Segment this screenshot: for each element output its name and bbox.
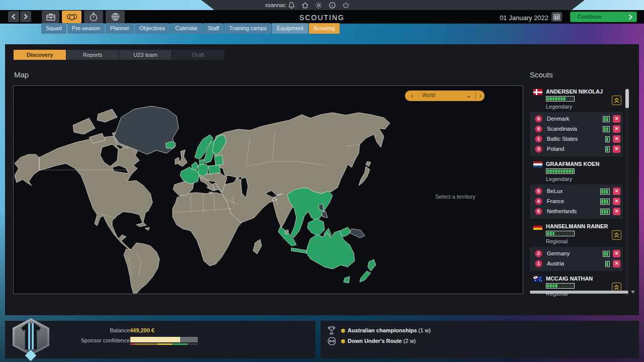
subtab-u23-team[interactable]: U23 team [119,50,172,60]
remove-territory-button[interactable]: ✕ [613,125,620,133]
scouts-scrollbar-thumb[interactable] [625,89,629,108]
scouting-subtabs: DiscoveryReportsU23 teamDraft [14,50,224,60]
route-icon [327,336,337,346]
territory-name: Austria [547,260,564,266]
remove-territory-button[interactable]: ✕ [613,135,620,143]
territory-row: 2Germany✕ [530,249,623,259]
territory-level-badge: 5 [535,188,542,195]
subtab-reports[interactable]: Reports [66,50,119,60]
territory-level-badge: 2 [535,250,542,257]
map-madagascar[interactable] [253,239,262,254]
scout-name: GRAAFMANS KOEN [546,161,599,167]
gold-medal-icon [341,339,345,343]
tab-calendar[interactable]: Calendar [171,23,202,34]
tab-objectives[interactable]: Objectives [135,23,170,34]
scout-card: MCCAIG NATHANRegional [530,275,623,298]
remove-territory-button[interactable]: ✕ [613,260,620,267]
race-duration: (1 w) [417,327,431,333]
tab-pre-season[interactable]: Pre-season [67,23,105,34]
continue-button[interactable]: Continue [570,12,637,22]
scout-card: HANSELMANN RAINERRegional2Germany✕1Austr… [530,223,623,271]
map-hint-text: Select a territory [435,194,516,200]
info-icon[interactable] [329,2,336,9]
next-territory-icon[interactable]: › [479,93,481,99]
world-map[interactable] [14,86,523,294]
scouts-section-label: Scouts [530,70,553,79]
map-section-label: Map [14,70,29,79]
map-uk[interactable] [179,150,187,166]
scout-level-label: Regional [546,238,568,244]
scout-level-label: Legendary [546,176,572,182]
scout-territories: 5Denmark✕5Scandinavia✕1Baltic States✕3Po… [530,112,623,156]
scout-skill-bar [546,231,575,236]
remove-territory-button[interactable]: ✕ [613,188,620,195]
remove-territory-button[interactable]: ✕ [613,198,620,205]
balance-label: Balance [69,327,130,333]
upcoming-races-panel: Australian championships (1 w)Down Under… [320,321,639,358]
territory-level-badge: 5 [535,125,542,133]
territory-selector[interactable]: ‹ World ⌄ › [405,90,485,101]
map-japan[interactable] [359,166,370,186]
map-north-america[interactable] [39,136,152,250]
dropdown-caret-icon[interactable]: ⌄ [466,93,471,99]
map-tasmania[interactable] [344,277,350,283]
map-alaska[interactable] [15,154,39,186]
territory-row: 5Scandinavia✕ [530,124,623,134]
subtab-draft[interactable]: Draft [172,50,224,60]
map-baltics[interactable] [214,155,223,165]
remove-territory-button[interactable]: ✕ [613,145,620,153]
map-australia[interactable] [306,231,355,269]
gear-icon[interactable] [315,2,323,9]
territory-intensity [605,146,610,152]
tab-planner[interactable]: Planner [106,23,134,34]
territory-selector-value: World [422,93,435,98]
map-png[interactable] [350,229,365,238]
tab-training-camps[interactable]: Training camps [224,23,271,34]
subtab-discovery[interactable]: Discovery [14,50,66,60]
balance-value: 449,200 € [130,327,154,333]
scout-upgrade-button[interactable] [612,96,621,105]
map-nz-north[interactable] [368,259,376,271]
territory-intensity [605,136,610,142]
map-borneo[interactable] [307,219,325,236]
territory-name: Poland [547,146,564,152]
scout-card: GRAAFMANS KOENLegendary5BeLux✕4France✕5N… [530,160,623,219]
territory-level-badge: 4 [535,198,542,205]
top-status-bar [200,0,585,10]
map-south-america[interactable] [124,243,159,293]
calendar-icon-button[interactable] [551,12,562,22]
race-duration: (2 w) [402,338,416,344]
remove-territory-button[interactable]: ✕ [613,208,620,215]
map-panel: ‹ World ⌄ › Select a territory [13,85,523,294]
home-icon[interactable] [301,2,309,9]
territory-row: 5BeLux✕ [530,187,623,197]
tab-scouting[interactable]: Scouting [309,23,340,34]
tab-equipment[interactable]: Equipment [272,23,308,34]
tab-squad[interactable]: Squad [41,23,66,34]
remove-territory-button[interactable]: ✕ [613,115,620,123]
scroll-down-arrow[interactable] [631,291,635,294]
race-name: Australian championships [348,327,417,333]
map-ireland[interactable] [175,157,180,164]
section-tabs: SquadPre-seasonPlannerObjectivesCalendar… [41,23,340,34]
map-nz-south[interactable] [360,271,371,282]
power-icon[interactable] [342,2,350,9]
scout-upgrade-button[interactable] [612,230,621,240]
territory-name: Baltic States [547,136,578,142]
scouts-scrollbar-track[interactable] [625,88,629,297]
remove-territory-button[interactable]: ✕ [613,250,620,257]
scout-name: ANDERSEN NIKOLAJ [546,88,603,95]
main-nav-bar: SCOUTING 01 January 2022 Continue [0,10,644,24]
territory-intensity [603,116,610,122]
scouts-hscrollbar[interactable] [530,291,628,294]
tab-staff[interactable]: Staff [203,23,223,34]
territory-row: 5Denmark✕ [530,114,623,124]
username: xsannac [265,2,286,8]
territory-name: Germany [547,250,570,256]
sponsor-confidence-scale [130,343,198,345]
bell-icon[interactable] [288,2,295,9]
prev-territory-icon[interactable]: ‹ [411,93,413,99]
trophy-icon [327,326,337,336]
territory-level-badge: 1 [535,260,542,267]
territory-name: Netherlands [547,208,577,214]
